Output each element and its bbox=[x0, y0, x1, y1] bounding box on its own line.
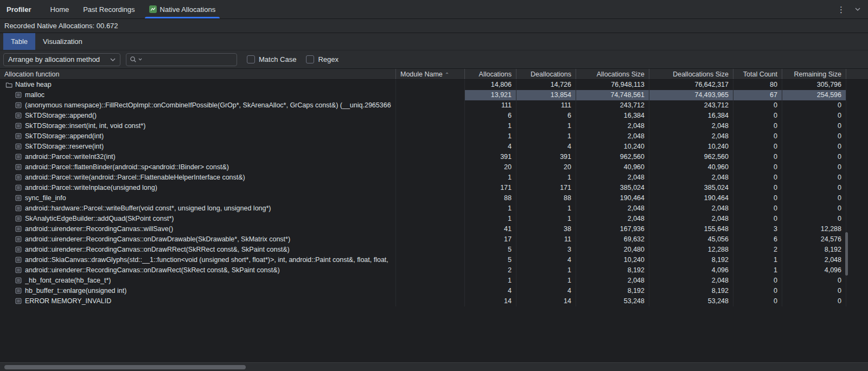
allocations-size-cell: 10,240 bbox=[576, 142, 649, 152]
total-count-cell: 2 bbox=[733, 245, 782, 255]
view-tab-label: Table bbox=[11, 37, 28, 46]
remaining-size-cell: 0 bbox=[782, 214, 846, 224]
arrange-by-dropdown[interactable]: Arrange by allocation method bbox=[3, 53, 120, 66]
chevron-down-icon[interactable] bbox=[854, 5, 861, 13]
allocation-function-icon bbox=[15, 215, 22, 222]
deallocations-cell: 171 bbox=[516, 183, 576, 193]
regex-checkbox[interactable]: Regex bbox=[306, 55, 339, 63]
allocations-size-cell: 2,048 bbox=[576, 172, 649, 183]
allocations-cell: 171 bbox=[465, 183, 516, 193]
deallocations-cell: 6 bbox=[516, 111, 576, 121]
top-tab-home[interactable]: Home bbox=[43, 0, 76, 18]
allocations-size-cell: 20,480 bbox=[576, 245, 649, 255]
allocations-size-cell: 74,748,561 bbox=[576, 90, 649, 100]
remaining-size-cell: 0 bbox=[782, 193, 846, 203]
total-count-cell: 0 bbox=[733, 142, 782, 152]
total-count-cell: 0 bbox=[733, 214, 782, 224]
search-input[interactable] bbox=[144, 55, 233, 63]
allocation-function-name: SkTDStorage::append() bbox=[25, 111, 97, 121]
allocation-function-icon bbox=[15, 298, 22, 305]
row-filler-cell bbox=[846, 203, 868, 214]
allocation-function-icon bbox=[15, 112, 22, 119]
table-row[interactable]: SkTDStorage::reserve(int)4410,24010,2400… bbox=[0, 142, 868, 152]
module-name-cell bbox=[396, 111, 465, 121]
remaining-size-cell: 0 bbox=[782, 296, 846, 306]
column-header-label: Deallocations Size bbox=[673, 71, 729, 78]
deallocations-size-cell: 962,560 bbox=[649, 152, 733, 162]
table-row[interactable]: android::hardware::Parcel::writeBuffer(v… bbox=[0, 203, 868, 214]
more-options-icon[interactable]: ⋮ bbox=[837, 5, 845, 14]
module-name-cell bbox=[396, 265, 465, 276]
deallocations-size-cell: 2,048 bbox=[649, 131, 733, 142]
horizontal-scrollbar[interactable] bbox=[0, 362, 868, 371]
table-row[interactable]: android::SkiaCanvas::drawGlyphs(std::__1… bbox=[0, 255, 868, 265]
table-row[interactable]: _hb_font_create(hb_face_t*)112,0482,0480… bbox=[0, 276, 868, 286]
arrange-by-label: Arrange by allocation method bbox=[8, 55, 100, 63]
remaining-size-cell: 0 bbox=[782, 152, 846, 162]
allocation-function-name: (anonymous namespace)::FillRectOpImpl::o… bbox=[25, 100, 391, 111]
column-header-allocation-function[interactable]: Allocation function bbox=[0, 69, 396, 79]
allocation-function-icon bbox=[15, 92, 22, 99]
allocation-function-name: ERROR MEMORY_INVALID bbox=[25, 296, 111, 306]
row-filler-cell bbox=[846, 286, 868, 296]
table-row[interactable]: SkTDStorage::append(int)112,0482,04800 bbox=[0, 131, 868, 142]
remaining-size-cell: 0 bbox=[782, 172, 846, 183]
table-row[interactable]: android::Parcel::writeInt32(int)39139196… bbox=[0, 152, 868, 162]
table-row[interactable]: android::Parcel::writeInplace(unsigned l… bbox=[0, 183, 868, 193]
table-row[interactable]: (anonymous namespace)::FillRectOpImpl::o… bbox=[0, 100, 868, 111]
table-row[interactable]: SkAnalyticEdgeBuilder::addQuad(SkPoint c… bbox=[0, 214, 868, 224]
table-row[interactable]: SkTDStorage::insert(int, int, void const… bbox=[0, 121, 868, 131]
table-row[interactable]: android::uirenderer::RecordingCanvas::wi… bbox=[0, 224, 868, 234]
table-row[interactable]: hb_buffer_t::enlarge(unsigned int)448,19… bbox=[0, 286, 868, 296]
table-row[interactable]: SkTDStorage::append()6616,38416,38400 bbox=[0, 111, 868, 121]
total-count-cell: 0 bbox=[733, 172, 782, 183]
module-name-cell bbox=[396, 152, 465, 162]
remaining-size-cell: 8,192 bbox=[782, 245, 846, 255]
table-row[interactable]: malloc13,92113,85474,748,56174,493,96567… bbox=[0, 90, 868, 100]
column-header-allocations-size[interactable]: Allocations Size bbox=[576, 69, 649, 79]
allocations-table: Allocation functionModule Name⌃Allocatio… bbox=[0, 69, 868, 362]
search-options-chevron-icon bbox=[138, 58, 142, 61]
table-row[interactable]: android::Parcel::write(android::Parcel::… bbox=[0, 172, 868, 183]
view-tab-visualization[interactable]: Visualization bbox=[35, 33, 90, 50]
vertical-scrollbar-thumb[interactable] bbox=[845, 232, 848, 276]
table-row[interactable]: android::Parcel::flattenBinder(android::… bbox=[0, 162, 868, 172]
allocation-function-cell: SkTDStorage::insert(int, int, void const… bbox=[0, 121, 396, 131]
column-header-remaining-size[interactable]: Remaining Size bbox=[782, 69, 846, 79]
table-row[interactable]: ERROR MEMORY_INVALID141453,24853,24800 bbox=[0, 296, 868, 306]
allocation-function-icon bbox=[15, 184, 22, 191]
table-row[interactable]: android::uirenderer::RecordingCanvas::on… bbox=[0, 265, 868, 276]
top-tab-past-recordings[interactable]: Past Recordings bbox=[76, 0, 142, 18]
deallocations-size-cell: 4,096 bbox=[649, 265, 733, 276]
folder-icon bbox=[5, 81, 12, 88]
search-field[interactable] bbox=[126, 53, 237, 66]
allocation-function-name: android::Parcel::write(android::Parcel::… bbox=[25, 172, 245, 183]
column-header-label: Remaining Size bbox=[794, 71, 841, 78]
column-header-deallocations[interactable]: Deallocations bbox=[516, 69, 576, 79]
column-header-label: Allocations Size bbox=[597, 71, 644, 78]
table-row[interactable]: android::uirenderer::RecordingCanvas::on… bbox=[0, 245, 868, 255]
column-header-module-name[interactable]: Module Name⌃ bbox=[396, 69, 465, 79]
table-row[interactable]: sync_file_info8888190,464190,46400 bbox=[0, 193, 868, 203]
allocation-function-cell: android::Parcel::writeInt32(int) bbox=[0, 152, 396, 162]
column-header-total-count[interactable]: Total Count bbox=[733, 69, 782, 79]
allocation-function-cell: (anonymous namespace)::FillRectOpImpl::o… bbox=[0, 100, 396, 111]
deallocations-size-cell: 8,192 bbox=[649, 286, 733, 296]
module-name-cell bbox=[396, 214, 465, 224]
deallocations-size-cell: 243,712 bbox=[649, 100, 733, 111]
row-filler-cell bbox=[846, 121, 868, 131]
total-count-cell: 0 bbox=[733, 100, 782, 111]
allocations-cell: 4 bbox=[465, 286, 516, 296]
total-count-cell: 0 bbox=[733, 276, 782, 286]
deallocations-size-cell: 2,048 bbox=[649, 203, 733, 214]
top-tab-native-allocations[interactable]: Native Allocations bbox=[142, 0, 223, 18]
allocation-function-icon bbox=[15, 267, 22, 274]
column-header-deallocations-size[interactable]: Deallocations Size bbox=[649, 69, 733, 79]
table-row[interactable]: Native heap14,80614,72676,948,11376,642,… bbox=[0, 80, 868, 90]
view-tab-table[interactable]: Table bbox=[3, 33, 35, 50]
table-row[interactable]: android::uirenderer::RecordingCanvas::on… bbox=[0, 234, 868, 245]
deallocations-cell: 1 bbox=[516, 121, 576, 131]
column-header-allocations[interactable]: Allocations bbox=[465, 69, 516, 79]
match-case-checkbox[interactable]: Match Case bbox=[247, 55, 296, 63]
horizontal-scrollbar-thumb[interactable] bbox=[4, 365, 246, 369]
